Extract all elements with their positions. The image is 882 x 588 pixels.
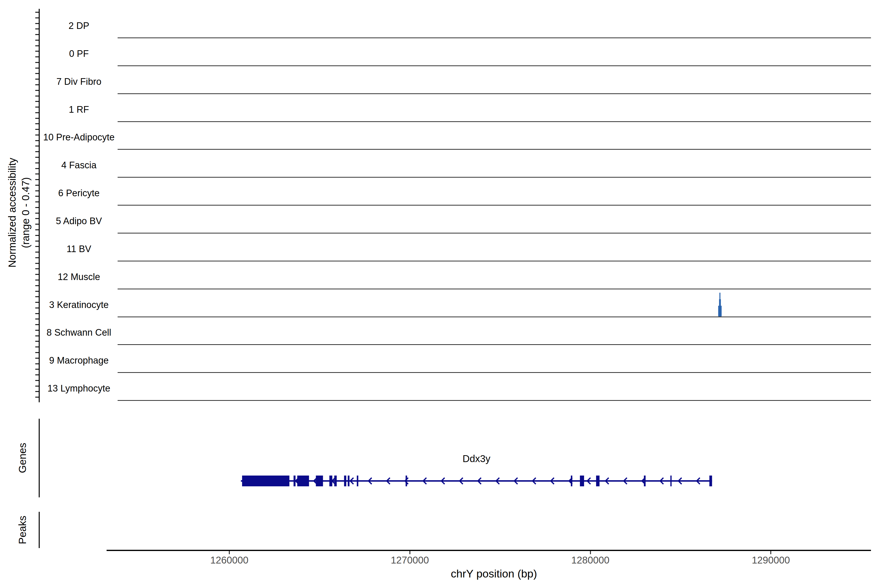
x-axis-tick: [590, 551, 591, 554]
peaks-section-bracket: [39, 512, 40, 548]
x-axis-title: chrY position (bp): [451, 567, 537, 580]
gene-exon: [357, 476, 358, 486]
x-axis-tick-label: 1260000: [188, 555, 271, 566]
gene-exon: [580, 476, 584, 486]
gene-exon: [348, 476, 350, 486]
x-axis-tick: [770, 551, 771, 554]
gene-exon: [709, 476, 712, 486]
gene-exon: [670, 476, 672, 486]
gene-name-label: Ddx3y: [462, 453, 490, 464]
genes-section-bracket: [39, 419, 40, 497]
gene-exon: [242, 476, 290, 486]
browser-track-figure: Normalized accessibility (range 0 - 0.47…: [0, 0, 882, 588]
x-axis-tick-label: 1290000: [729, 555, 812, 566]
gene-exon: [344, 476, 346, 486]
x-axis-tick: [229, 551, 230, 554]
peaks-section-label: Peaks: [16, 516, 28, 544]
x-axis-tick-label: 1270000: [368, 555, 452, 566]
x-axis-tick-label: 1280000: [549, 555, 632, 566]
gene-exon: [334, 476, 337, 486]
gene-exon: [644, 476, 646, 486]
accessibility-peak: [718, 306, 722, 316]
gene-exon: [571, 476, 572, 486]
genes-section-label: Genes: [16, 443, 28, 473]
gene-exon: [596, 476, 600, 486]
gene-exon: [297, 476, 309, 486]
x-axis-tick: [410, 551, 410, 554]
gene-exon: [316, 476, 323, 486]
browser-plot-svg: Ddx3y: [0, 0, 882, 588]
x-axis-line: [106, 550, 871, 551]
